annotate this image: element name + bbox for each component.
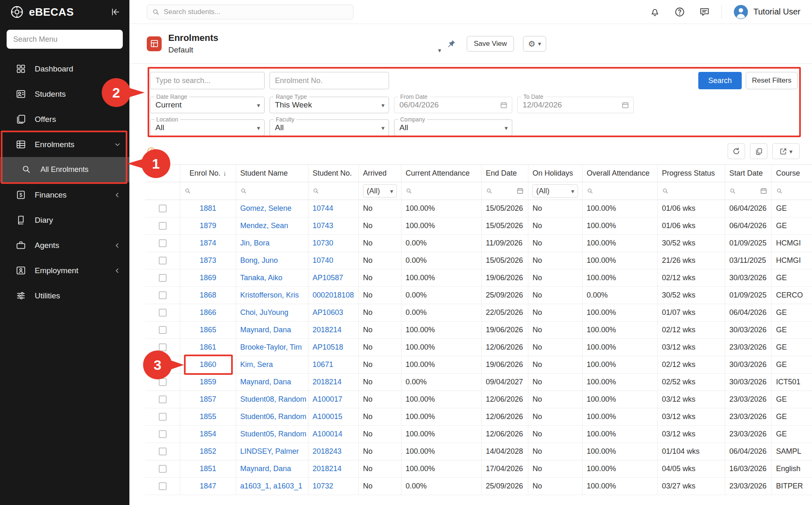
- row-checkbox[interactable]: [159, 205, 167, 212]
- copy-grid-button[interactable]: [750, 143, 767, 159]
- row-checkbox[interactable]: [159, 257, 167, 264]
- cell-student-name[interactable]: Maynard, Dana: [236, 322, 308, 338]
- cell-student-no[interactable]: 0002018108: [308, 287, 359, 304]
- row-checkbox[interactable]: [159, 448, 167, 455]
- cell-student-name[interactable]: Kristofferson, Kris: [236, 287, 308, 304]
- cell-enrol-no[interactable]: 1869: [180, 269, 236, 286]
- cell-student-no[interactable]: 2018243: [308, 443, 359, 460]
- row-checkbox[interactable]: [159, 291, 167, 299]
- column-header-current-attendance[interactable]: Current Attendance: [401, 165, 482, 182]
- cell-student-no[interactable]: 2018214: [308, 374, 359, 391]
- row-checkbox[interactable]: [159, 395, 167, 403]
- row-checkbox[interactable]: [159, 465, 167, 473]
- column-header-start-date[interactable]: Start Date: [725, 165, 772, 182]
- cell-student-no[interactable]: A100014: [308, 426, 359, 443]
- company-select[interactable]: Company All ▾: [394, 119, 512, 136]
- filter-course[interactable]: [772, 182, 812, 200]
- filter-enrol-no[interactable]: [180, 182, 236, 200]
- cell-student-name[interactable]: Tanaka, Aiko: [236, 269, 308, 286]
- cell-student-no[interactable]: 2018214: [308, 460, 359, 477]
- column-header-arrived[interactable]: Arrived: [359, 165, 401, 182]
- row-checkbox[interactable]: [159, 239, 167, 247]
- cell-enrol-no[interactable]: 1847: [180, 478, 236, 495]
- filter-current-attendance[interactable]: [401, 182, 482, 200]
- cell-student-name[interactable]: Jin, Bora: [236, 235, 308, 252]
- sidebar-item-agents[interactable]: Agents: [0, 233, 129, 258]
- cell-student-no[interactable]: 10740: [308, 252, 359, 269]
- cell-enrol-no[interactable]: 1873: [180, 252, 236, 269]
- filter-overall-attendance[interactable]: [583, 182, 658, 200]
- filter-end-date[interactable]: [482, 182, 528, 200]
- filter-on-holidays-select[interactable]: (All)▾: [533, 184, 578, 198]
- cell-student-name[interactable]: Kim, Sera: [236, 356, 308, 373]
- cell-enrol-no[interactable]: 1866: [180, 304, 236, 321]
- cell-student-name[interactable]: Student08, Random: [236, 391, 308, 408]
- sidebar-item-dashboard[interactable]: Dashboard: [0, 56, 129, 81]
- cell-enrol-no[interactable]: 1859: [180, 374, 236, 391]
- sidebar-collapse-button[interactable]: [110, 6, 121, 18]
- cell-student-name[interactable]: Student06, Random: [236, 408, 308, 425]
- column-header-end-date[interactable]: End Date: [482, 165, 528, 182]
- filter-progress-status[interactable]: [658, 182, 725, 200]
- sidebar-item-finances[interactable]: $ Finances: [0, 182, 129, 207]
- column-header-student-name[interactable]: Student Name: [236, 165, 308, 182]
- sidebar-search-input[interactable]: [7, 30, 123, 49]
- cell-student-name[interactable]: Choi, JuYoung: [236, 304, 308, 321]
- cell-student-no[interactable]: A100015: [308, 408, 359, 425]
- row-checkbox[interactable]: [159, 326, 167, 334]
- info-icon[interactable]: [147, 147, 156, 156]
- cell-student-name[interactable]: a1603_1, a1603_1: [236, 478, 308, 495]
- cell-enrol-no[interactable]: 1854: [180, 426, 236, 443]
- row-checkbox[interactable]: [159, 361, 167, 369]
- cell-student-name[interactable]: Maynard, Dana: [236, 460, 308, 477]
- type-to-search-input[interactable]: [150, 72, 265, 89]
- row-checkbox[interactable]: [159, 378, 167, 386]
- cell-student-no[interactable]: AP10587: [308, 269, 359, 286]
- cell-student-no[interactable]: 2018214: [308, 322, 359, 338]
- row-checkbox[interactable]: [159, 413, 167, 421]
- cell-enrol-no[interactable]: 1868: [180, 287, 236, 304]
- row-checkbox[interactable]: [159, 482, 167, 490]
- location-select[interactable]: Location All ▾: [150, 119, 265, 136]
- cell-student-no[interactable]: 10730: [308, 235, 359, 252]
- save-view-button[interactable]: Save View: [467, 36, 514, 52]
- faculty-select[interactable]: Faculty All ▾: [270, 119, 389, 136]
- sidebar-item-all-enrolments[interactable]: All Enrolments: [0, 157, 129, 182]
- cell-student-no[interactable]: AP10518: [308, 339, 359, 356]
- filter-arrived-select[interactable]: (All)▾: [363, 184, 397, 198]
- sidebar-item-utilities[interactable]: Utilities: [0, 283, 129, 308]
- column-header-enrol-no[interactable]: Enrol No.↓: [180, 165, 236, 182]
- view-settings-button[interactable]: ⚙▾: [523, 36, 546, 52]
- date-range-select[interactable]: Date Range Current ▾: [150, 97, 265, 113]
- cell-enrol-no[interactable]: 1855: [180, 408, 236, 425]
- filter-start-date[interactable]: [725, 182, 772, 200]
- cell-enrol-no[interactable]: 1879: [180, 217, 236, 234]
- column-header-course[interactable]: Course: [772, 165, 812, 182]
- sidebar-item-employment[interactable]: Employment: [0, 258, 129, 283]
- cell-student-no[interactable]: AP10603: [308, 304, 359, 321]
- pin-view-icon[interactable]: [447, 39, 456, 48]
- help-icon[interactable]: [674, 7, 685, 17]
- cell-student-name[interactable]: Bong, Juno: [236, 252, 308, 269]
- cell-enrol-no[interactable]: 1851: [180, 460, 236, 477]
- row-checkbox[interactable]: [159, 430, 167, 438]
- notifications-bell-icon[interactable]: [650, 7, 660, 17]
- to-date-field[interactable]: To Date 12/04/2026: [517, 97, 634, 113]
- cell-student-name[interactable]: Mendez, Sean: [236, 217, 308, 234]
- cell-enrol-no[interactable]: 1874: [180, 235, 236, 252]
- cell-student-name[interactable]: Gomez, Selene: [236, 200, 308, 217]
- cell-enrol-no[interactable]: 1852: [180, 443, 236, 460]
- sidebar-item-students[interactable]: Students: [0, 81, 129, 107]
- sidebar-item-offers[interactable]: Offers: [0, 107, 129, 132]
- cell-student-name[interactable]: Student05, Random: [236, 426, 308, 443]
- column-header-progress-status[interactable]: Progress Status: [658, 165, 725, 182]
- sidebar-item-enrolments[interactable]: Enrolments: [0, 132, 129, 157]
- cell-enrol-no[interactable]: 1860: [180, 356, 236, 373]
- cell-student-name[interactable]: Brooke-Taylor, Tim: [236, 339, 308, 356]
- export-button[interactable]: ▾: [772, 143, 800, 159]
- column-header-on-holidays[interactable]: On Holidays: [528, 165, 583, 182]
- column-header-overall-attendance[interactable]: Overall Attendance: [583, 165, 658, 182]
- sidebar-item-diary[interactable]: Diary: [0, 207, 129, 233]
- enrolment-no-input[interactable]: [270, 72, 389, 89]
- cell-enrol-no[interactable]: 1865: [180, 322, 236, 338]
